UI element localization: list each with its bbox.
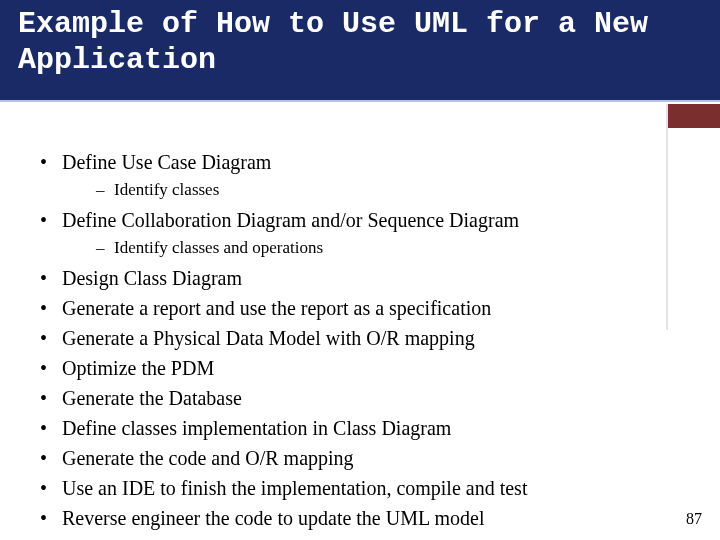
bullet-text: Generate the code and O/R mapping [62,447,354,469]
bullet-item: Reverse engineer the code to update the … [40,504,690,532]
bullet-text: Optimize the PDM [62,357,214,379]
bullet-item: Generate the code and O/R mapping [40,444,690,472]
title-band: Example of How to Use UML for a New Appl… [0,0,720,102]
bullet-text: Generate the Database [62,387,242,409]
content-area: Define Use Case Diagram Identify classes… [40,148,690,534]
page-number: 87 [686,510,702,528]
bullet-text: Define classes implementation in Class D… [62,417,451,439]
bullet-item: Generate a Physical Data Model with O/R … [40,324,690,352]
bullet-text: Reverse engineer the code to update the … [62,507,484,529]
title-underline [0,100,720,102]
bullet-item: Generate a report and use the report as … [40,294,690,322]
sub-list: Identify classes and operations [96,236,690,260]
bullet-item: Define Collaboration Diagram and/or Sequ… [40,206,690,260]
bullet-text: Generate a report and use the report as … [62,297,491,319]
slide-title: Example of How to Use UML for a New Appl… [18,6,700,78]
bullet-item: Define Use Case Diagram Identify classes [40,148,690,202]
accent-box [668,104,720,128]
bullet-text: Define Collaboration Diagram and/or Sequ… [62,209,519,231]
bullet-item: Define classes implementation in Class D… [40,414,690,442]
bullet-list: Define Use Case Diagram Identify classes… [40,148,690,532]
bullet-text: Generate a Physical Data Model with O/R … [62,327,475,349]
bullet-text: Use an IDE to finish the implementation,… [62,477,527,499]
bullet-item: Design Class Diagram [40,264,690,292]
sub-list: Identify classes [96,178,690,202]
bullet-item: Generate the Database [40,384,690,412]
title-container: Example of How to Use UML for a New Appl… [18,6,700,78]
sub-item: Identify classes and operations [96,236,690,260]
bullet-text: Design Class Diagram [62,267,242,289]
sub-item: Identify classes [96,178,690,202]
slide: Example of How to Use UML for a New Appl… [0,0,720,540]
sub-text: Identify classes [114,180,219,199]
bullet-item: Use an IDE to finish the implementation,… [40,474,690,502]
bullet-item: Optimize the PDM [40,354,690,382]
sub-text: Identify classes and operations [114,238,323,257]
bullet-text: Define Use Case Diagram [62,151,271,173]
